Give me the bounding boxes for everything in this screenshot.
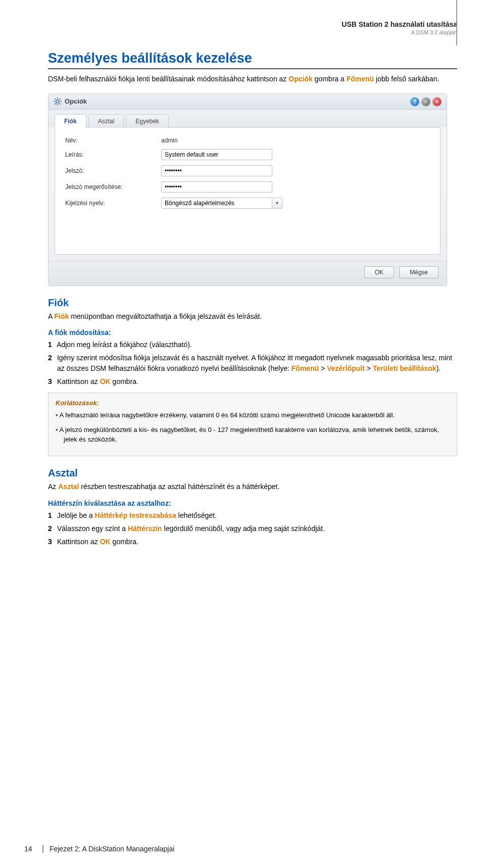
- fiok-para: A Fiók menüpontban megváltoztathatja a f…: [48, 312, 457, 322]
- fiok-mod-heading: A fiók módosítása:: [48, 328, 457, 336]
- dialog-titlebar[interactable]: Opciók ? – ×: [48, 94, 447, 110]
- dialog-title: Opciók: [65, 98, 87, 105]
- asztal-steps: 1 Jelölje be a Háttérkép testreszabása l…: [48, 510, 457, 547]
- close-icon[interactable]: ×: [432, 97, 442, 106]
- kw-teruleti: Területi beállítások: [373, 364, 437, 372]
- chapter-label: Fejezet 2: A DiskStation Manageralapjai: [42, 845, 174, 853]
- section-title: Személyes beállítások kezelése: [48, 51, 457, 69]
- name-value: admin: [161, 137, 178, 144]
- intro-pre: DSM-beli felhasználói fiókja lenti beáll…: [48, 75, 288, 83]
- ok-button[interactable]: OK: [364, 266, 394, 278]
- fiok-step-2: 2 Igény szerint módosítsa fiókja jelszav…: [48, 353, 457, 373]
- asztal-s3b: gombra.: [111, 538, 138, 546]
- fiok-step-1: 1 Adjon meg leírást a fiókjához (választ…: [48, 340, 457, 350]
- password-confirm-input[interactable]: [161, 181, 272, 192]
- desc-label: Leírás:: [65, 151, 161, 158]
- fiok-steps: 1 Adjon meg leírást a fiókjához (választ…: [48, 340, 457, 387]
- asztal-s1b: lehetőséget.: [176, 511, 217, 519]
- lang-select[interactable]: ▾: [161, 198, 282, 209]
- lang-label: Kijelzési nyelv:: [65, 200, 161, 207]
- fiok-step-3a: Kattintson az: [57, 377, 100, 385]
- gear-icon: [54, 98, 62, 106]
- kw-ok: OK: [100, 377, 111, 385]
- page-number: 14: [24, 845, 38, 853]
- cancel-button[interactable]: Mégse: [399, 266, 439, 278]
- limitation-2: A jelszó megkülönbözteti a kis- és nagyb…: [56, 425, 450, 445]
- fiok-step-3: 3 Kattintson az OK gombra.: [48, 376, 457, 387]
- pw-label: Jelszó:: [65, 167, 161, 174]
- page-footer: 14 Fejezet 2: A DiskStation Manageralapj…: [24, 845, 174, 853]
- help-icon[interactable]: ?: [410, 97, 419, 106]
- asztal-s2a: Válasszon egy színt a: [57, 524, 128, 533]
- asztal-s2b: legördülő menüből, vagy adja meg saját s…: [162, 524, 325, 533]
- svg-line-5: [55, 99, 56, 100]
- limitation-1: A felhasználó leírása nagybetűkre érzéke…: [56, 411, 450, 420]
- doc-title: USB Station 2 használati utasítása: [48, 20, 457, 28]
- svg-point-0: [56, 100, 59, 103]
- asztal-heading: Asztal: [48, 467, 457, 479]
- asztal-para-post: részben testreszabhatja az asztal háttér…: [79, 483, 279, 491]
- pw2-label: Jelszó megerősítése:: [65, 183, 161, 190]
- desc-input[interactable]: [161, 149, 272, 160]
- intro-mid: gombra a: [313, 75, 347, 83]
- fiok-step-2b: ).: [437, 364, 441, 372]
- options-dialog: Opciók ? – × Fiók Asztal Egyebek Név: ad…: [48, 93, 447, 286]
- svg-line-7: [55, 103, 56, 104]
- dialog-tabs: Fiók Asztal Egyebek: [48, 110, 447, 127]
- fiok-step-3b: gombra.: [111, 377, 138, 385]
- kw-fomenu-2: Főmenü: [292, 364, 319, 372]
- fiok-step-1-text: Adjon meg leírást a fiókjához (választha…: [57, 341, 192, 349]
- kw-asztal: Asztal: [58, 483, 79, 491]
- intro-text: DSM-beli felhasználói fiókja lenti beáll…: [48, 74, 457, 84]
- kw-ok-2: OK: [100, 538, 111, 546]
- doc-subtitle: A DSM 3.2 alapján: [48, 29, 457, 35]
- asztal-sub: Háttérszín kiválasztása az asztalhoz:: [48, 499, 457, 507]
- lang-value[interactable]: [161, 198, 272, 209]
- svg-line-6: [60, 103, 61, 104]
- kw-fiok: Fiók: [54, 312, 69, 320]
- kw-fomenu: Főmenü: [347, 75, 374, 83]
- kw-vezerlopult: Vezérlőpult: [327, 364, 365, 372]
- limitations-title: Korlátozások:: [56, 399, 450, 407]
- tab-fiok[interactable]: Fiók: [55, 114, 86, 128]
- name-label: Név:: [65, 137, 161, 144]
- password-input[interactable]: [161, 165, 272, 176]
- svg-line-8: [60, 99, 61, 100]
- asztal-step-1: 1 Jelölje be a Háttérkép testreszabása l…: [48, 510, 457, 520]
- kw-hatterkep: Háttérkép testreszabása: [95, 511, 176, 519]
- minimize-icon[interactable]: –: [421, 97, 430, 106]
- intro-post: jobb felső sarkában.: [374, 75, 439, 83]
- chevron-down-icon[interactable]: ▾: [272, 198, 282, 209]
- kw-opciok: Opciók: [288, 75, 312, 83]
- dialog-body: Név: admin Leírás: Jelszó: Jelszó megerő…: [55, 127, 441, 255]
- tab-egyebek[interactable]: Egyebek: [126, 114, 169, 128]
- kw-hatterszin: Háttérszín: [128, 524, 162, 533]
- asztal-step-3: 3 Kattintson az OK gombra.: [48, 537, 457, 547]
- asztal-para: Az Asztal részben testreszabhatja az asz…: [48, 482, 457, 492]
- fiok-para-post: menüpontban megváltoztathatja a fiókja j…: [69, 312, 262, 320]
- asztal-s3a: Kattintson az: [57, 538, 100, 546]
- asztal-s1a: Jelölje be a: [57, 511, 95, 519]
- header-rule: [456, 0, 457, 45]
- gt2: >: [365, 364, 373, 372]
- tab-asztal[interactable]: Asztal: [88, 114, 124, 128]
- asztal-step-2: 2 Válasszon egy színt a Háttérszín legör…: [48, 523, 457, 534]
- fiok-heading: Fiók: [48, 297, 457, 309]
- fiok-para-pre: A: [48, 312, 54, 320]
- limitations-box: Korlátozások: A felhasználó leírása nagy…: [48, 393, 457, 456]
- gt1: >: [319, 364, 327, 372]
- doc-header: USB Station 2 használati utasítása A DSM…: [48, 20, 457, 35]
- dialog-footer: OK Mégse: [48, 261, 447, 285]
- asztal-para-pre: Az: [48, 483, 58, 491]
